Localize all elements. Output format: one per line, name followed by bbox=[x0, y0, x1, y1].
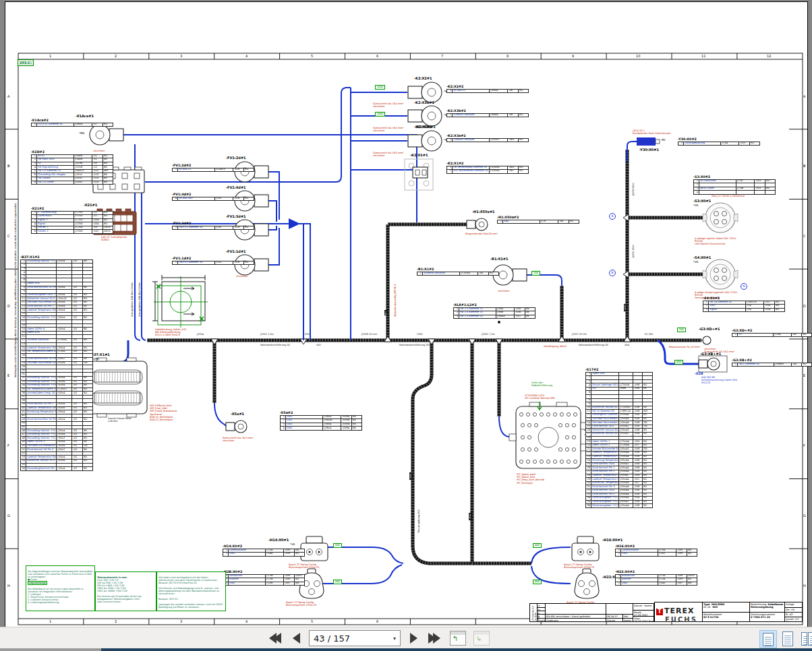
connector-table: -FV1:4d#2430 aus FdI2J-G6-A18RD bbox=[172, 193, 254, 201]
red-note: 4-adriges spezial Kabel DIN 72551 RG200 … bbox=[695, 237, 736, 246]
tb-cell: Datum · Name bbox=[633, 604, 655, 610]
diagram-geometry bbox=[0, 0, 812, 627]
first-page-button[interactable] bbox=[267, 630, 283, 646]
previous-page-button[interactable] bbox=[288, 630, 304, 646]
pin-table: 3KontaktionJ-C34-A99GNYE2BlankerJ-C34-A9… bbox=[615, 574, 697, 586]
col-label: 1 bbox=[49, 619, 51, 623]
wire-length-label: 400 bbox=[533, 580, 542, 584]
terex-logo-icon: T bbox=[656, 609, 663, 615]
forward-arrow-icon: ↳ bbox=[476, 635, 482, 643]
revision-empty bbox=[606, 604, 633, 614]
col-label: 6 bbox=[376, 54, 378, 58]
legend-text: Der Kabelbaum ist mit einem Label dauerh… bbox=[28, 588, 83, 604]
connector-table: -K2:X2#2130 aus G1J-V6x4-A6RD bbox=[446, 85, 529, 93]
segment-label: 1581 bbox=[417, 334, 423, 336]
pin-table: 1LüfterschalterJ-C94-A99BN2GNDJ-Su5-A99B… bbox=[615, 549, 697, 557]
connector-table: -K2:X1#21FdI Verteilerbox Klemme 30J-V50… bbox=[446, 162, 529, 174]
circle-ref-n: N bbox=[741, 283, 747, 290]
segment-label: J2007 50 OG bbox=[572, 334, 587, 336]
col-label: 5 bbox=[311, 619, 313, 623]
connector-table: -FV1:2d#2230 aus G1J-G4x25-A18RD bbox=[172, 164, 254, 172]
row-label: H bbox=[7, 584, 10, 588]
pin-table: 1AWLJ-C6-A6RD bbox=[497, 220, 579, 224]
connector-table: -G3:XD+#21D+J-C64-A8BU bbox=[732, 329, 812, 337]
tb-anlage: Anlage bbox=[784, 602, 803, 607]
row-label: E bbox=[7, 373, 9, 377]
pdf-viewer-window: 1 2 3 4 5 6 7 8 9 10 11 12 1 2 3 4 5 6 A… bbox=[0, 0, 812, 651]
row-label: A bbox=[7, 94, 9, 98]
pin-table: 230 aus G1J-G4x25-A18RD bbox=[172, 168, 254, 173]
dual-page-icon bbox=[808, 632, 812, 646]
row-label: E bbox=[803, 373, 805, 377]
connector-table: -H16:X0#21LüfterschalterJ-C94-A99BN2GNDJ… bbox=[615, 545, 697, 557]
row-label: D bbox=[803, 304, 806, 308]
connector-label: -FV1:3d#1 bbox=[226, 215, 246, 218]
red-note: IPC_Spare_pwm IPC_Spare_wire IPC_Mess_Ko… bbox=[517, 473, 544, 485]
col-label: 4 bbox=[245, 619, 248, 623]
wire-length-label: 1500 bbox=[375, 85, 385, 90]
wiring-diagram: 1 2 3 4 5 6 7 8 9 10 11 12 1 2 3 4 5 6 A… bbox=[0, 0, 812, 627]
connector-table: -Y30:X0#21ÖlkühlgebläsungJ-C64-A53RD bbox=[678, 137, 760, 146]
brand-terex: TEREX bbox=[664, 607, 694, 615]
last-page-button[interactable] bbox=[426, 630, 442, 646]
row-label: F bbox=[803, 443, 805, 447]
legend-text: Alle Adern sind durchgehend mit der Ader… bbox=[158, 576, 223, 609]
connector-table: -H2B:X0#23KontaktionJ-C3d-A99GNYE2Blanke… bbox=[223, 570, 305, 586]
red-note: J-B14 50 1 Rundstecker flach Gold-Kontak… bbox=[633, 129, 671, 135]
tb-gepr-name: Punt bbox=[649, 620, 654, 622]
tb-nr-label: Nr.-Nr. bbox=[703, 606, 711, 609]
pin-table: 3KontaktionJ-C3d-A99GNYE2BlankerJ-C3d-A9… bbox=[223, 574, 305, 586]
red-note: Abspannung Leitg_IMP B12 bbox=[394, 284, 397, 317]
connector-sub-label: M1 bbox=[662, 139, 666, 142]
history-back-button[interactable]: ↰ bbox=[450, 631, 466, 646]
pin-table: 1Schnelle VariationJ-C50x4-A6RD bbox=[417, 272, 499, 276]
pin-table: 1FV1/FV1-Klemme 30J-V6x4-A7RD bbox=[31, 123, 113, 127]
pin-table: 1Adern 009234Schutz Aderlage 50/10J-C50A… bbox=[585, 372, 653, 508]
row-label: F bbox=[7, 443, 9, 447]
red-note: Querschnitt bis 16,0 mm² verzinken bbox=[373, 127, 404, 132]
col-label: 3 bbox=[180, 619, 182, 623]
green-note: Seite der Kabeleinführung bbox=[531, 381, 552, 388]
connector-s4 bbox=[703, 259, 738, 289]
continuous-page-icon bbox=[782, 631, 793, 646]
revision-header: Name bbox=[622, 618, 633, 622]
row-label: C bbox=[803, 234, 806, 238]
pin-table: 1ÖlkühlgebläsungJ-C64-A53RD bbox=[678, 142, 760, 146]
connector-table: -B37:X1#21Grounding Injector +YL2#1J-K5x… bbox=[20, 255, 93, 471]
connector-sub-label: *VA bbox=[693, 204, 698, 207]
pin-table: 130 aus G1J-V6x4-A6RD bbox=[446, 89, 529, 94]
page-number-input[interactable]: 43 / 157 ▾ bbox=[309, 630, 401, 646]
connector-label: -Y30:X0#1 bbox=[639, 148, 659, 152]
col-label: 8 bbox=[506, 54, 509, 58]
red-note: Bosch 2T Swing Config Rückumspritzen DT0… bbox=[286, 601, 316, 607]
dual-page-view-button[interactable] bbox=[800, 630, 812, 647]
red-note: Abzweigung_WKA2 bbox=[544, 345, 567, 348]
connector-table: -S4:X0#21FdI 14 Klemme 50J-UM5-M-A57RD2G… bbox=[703, 297, 785, 312]
connector-label: -H14:X0#1 bbox=[268, 538, 289, 542]
back-arrow-icon: ↰ bbox=[453, 635, 458, 643]
red-note: Kab_07 Autoampulse B26#2 bbox=[101, 236, 127, 241]
connector-label: -X1Aca#1 bbox=[76, 115, 94, 118]
history-forward-button[interactable]: ↳ bbox=[473, 631, 490, 646]
legend-text: Die Segmentlängen sind bei Toleranzberei… bbox=[28, 570, 92, 578]
tb-nr-value: 663 bbox=[713, 606, 718, 609]
wire-length-label: 250 bbox=[677, 328, 686, 332]
connector-s3 bbox=[703, 203, 738, 232]
sheet-ref-label: 203.C: bbox=[18, 59, 34, 66]
pin-table: 1FdI Verteilerbox Klemme 30J-V50x4-A63RD… bbox=[446, 166, 529, 174]
segment-label: J2051 50m bbox=[633, 245, 635, 257]
connector-table: -H1:X50a#21AWLJ-C6-A6RD bbox=[497, 216, 579, 224]
col-label: 3 bbox=[180, 54, 182, 58]
connector-label: -K2:X3a#1 bbox=[415, 125, 436, 129]
continuous-view-button[interactable] bbox=[780, 630, 796, 647]
connector-label: -G3:XD+#1 bbox=[699, 328, 720, 331]
title-block: TTEREX FUCHS Type MHL380D Nr.-Nr. 663 Be… bbox=[654, 602, 803, 622]
wire-length-label: 500 bbox=[333, 580, 342, 584]
single-page-view-button[interactable] bbox=[759, 630, 777, 648]
col-label: 2 bbox=[115, 619, 117, 623]
col-label: 9 bbox=[572, 54, 574, 58]
connector-h16 bbox=[572, 536, 599, 561]
connector-table: -X21#211. LüfterleitungJ-C200-A1BU2Lüfte… bbox=[31, 207, 113, 234]
note: Ansicht Deutz-Seite LGB Nut bbox=[108, 418, 131, 423]
next-page-button[interactable] bbox=[405, 630, 422, 646]
